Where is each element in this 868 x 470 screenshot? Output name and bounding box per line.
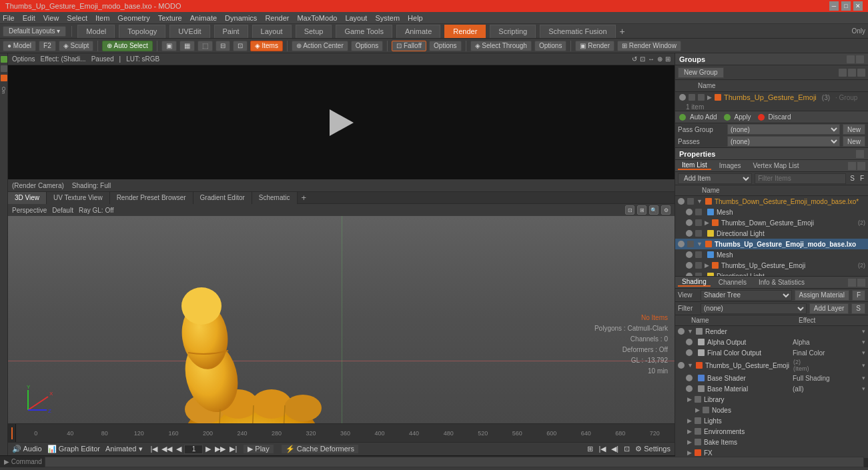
auto-select-btn[interactable]: ⊕ Auto Select: [102, 41, 152, 51]
tab-model[interactable]: Model: [77, 25, 115, 38]
rp-icon-rotate[interactable]: ↺: [632, 55, 637, 63]
groups-list[interactable]: ▶ Thumbs_Up_Gesture_Emoji (3) · Group 1 …: [675, 92, 868, 111]
menu-help[interactable]: Help: [408, 14, 423, 22]
passes-select[interactable]: (none): [727, 136, 840, 147]
vp-icon-gear[interactable]: ⚙: [661, 205, 671, 215]
menu-render[interactable]: Render: [265, 14, 289, 22]
icon-btn5[interactable]: ⊡: [233, 41, 248, 51]
pass-group-new-btn[interactable]: New: [843, 124, 865, 135]
rp-options[interactable]: Options: [12, 55, 35, 63]
tab-topology[interactable]: Topology: [119, 25, 165, 38]
rp-icon-view[interactable]: ⊡: [640, 55, 645, 63]
menu-view[interactable]: View: [43, 14, 59, 22]
menu-geometry[interactable]: Geometry: [117, 14, 149, 22]
sh-icon-expand[interactable]: [848, 279, 856, 287]
sh-eye-3[interactable]: [678, 362, 685, 369]
il-s-btn[interactable]: S: [849, 175, 856, 182]
rp-icon-zoom[interactable]: ⊕: [657, 55, 663, 63]
group-expand[interactable]: ▶: [707, 94, 712, 101]
sh-row-alpha[interactable]: Alpha Output Alpha ▾: [683, 337, 868, 347]
menu-layout[interactable]: Layout: [345, 14, 367, 22]
tab-scripting[interactable]: Scripting: [490, 25, 536, 38]
icon-btn2[interactable]: ▦: [179, 41, 195, 51]
sh-tab-shading[interactable]: Shading: [678, 278, 711, 287]
il-tab-images[interactable]: Images: [715, 162, 745, 169]
icon-btn4[interactable]: ⊟: [215, 41, 230, 51]
prev-key-btn[interactable]: ◀◀: [160, 445, 173, 453]
il-icon-settings[interactable]: [857, 162, 865, 170]
sh-expand-6[interactable]: ▶: [687, 396, 692, 403]
il-eye-6[interactable]: [686, 262, 693, 269]
cache-deformers-btn[interactable]: ⚡ Cache Deformers: [282, 445, 358, 453]
sh-icon-settings[interactable]: [857, 279, 865, 287]
menu-dynamics[interactable]: Dynamics: [225, 14, 257, 22]
sh-row-basematerial[interactable]: Base Material (all) ▾: [683, 383, 868, 394]
menu-file[interactable]: File: [3, 14, 15, 22]
viewport-canvas[interactable]: No Items Polygons : Catmull-Clark Channe…: [8, 216, 675, 423]
il-row-mesh1[interactable]: Mesh: [683, 207, 868, 217]
il-row-thumbsdown-root[interactable]: ▼ Thumbs_Down_Gesture_Emoji_modo_base.lx…: [675, 196, 868, 207]
sh-expand-7[interactable]: ▶: [695, 407, 700, 413]
g-icon-eye[interactable]: [839, 69, 847, 77]
il-row-thumbsdown-group[interactable]: ▶ Thumbs_Down_Gesture_Emoji (2): [683, 217, 868, 228]
sculpt-btn[interactable]: ◈ Sculpt: [59, 41, 94, 51]
menu-animate[interactable]: Animate: [190, 14, 217, 22]
menu-edit[interactable]: Edit: [23, 14, 35, 22]
il-eye-1[interactable]: [686, 209, 693, 215]
vptab-renderpresets[interactable]: Render Preset Browser: [110, 192, 193, 204]
item-list[interactable]: ▼ Thumbs_Down_Gesture_Emoji_modo_base.lx…: [675, 196, 868, 276]
maximize-button[interactable]: □: [841, 1, 851, 11]
il-icon-expand[interactable]: [848, 162, 856, 170]
sh-tab-channels[interactable]: Channels: [715, 279, 751, 286]
sh-eye-4[interactable]: [686, 375, 693, 381]
il-expand-2[interactable]: ▶: [705, 219, 709, 226]
sh-eye-5[interactable]: [686, 385, 693, 392]
sh-eye-1[interactable]: [686, 339, 693, 345]
add-layer-btn[interactable]: Add Layer: [809, 303, 849, 314]
icon-btn3[interactable]: ⬚: [197, 41, 213, 51]
timeline[interactable]: 0 40 80 120 160 200 240 280 320 360 400 …: [8, 423, 675, 442]
sh-row-nodes[interactable]: ▶ Nodes: [683, 405, 868, 415]
il-row-dirlight2[interactable]: Directional Light: [683, 271, 868, 276]
group-row-thumbsup[interactable]: ▶ Thumbs_Up_Gesture_Emoji (3) · Group: [675, 92, 868, 103]
next-frame-btn[interactable]: ▶: [204, 445, 212, 453]
vptab-schematic[interactable]: Schematic: [252, 192, 298, 204]
sh-row-thumbsup-mat[interactable]: ▼ Thumbs_Up_Gesture_Emoji (2) (Item) ▾: [675, 358, 868, 373]
render-btn[interactable]: ▣ Render: [575, 41, 614, 51]
anim-icon3[interactable]: ◀|: [610, 445, 620, 453]
g-icon-add[interactable]: [857, 69, 865, 77]
il-expand-0[interactable]: ▼: [697, 198, 703, 205]
model-mode-btn[interactable]: ● Model: [3, 41, 36, 51]
anim-icon2[interactable]: |◀: [597, 445, 607, 453]
apply-btn[interactable]: Apply: [735, 113, 751, 121]
sh-row-lights[interactable]: ▶ Lights: [675, 415, 868, 426]
vptab-3dview[interactable]: 3D View: [8, 192, 47, 204]
menu-system[interactable]: System: [375, 14, 400, 22]
il-row-thumbsup-group[interactable]: ▶ Thumbs_Up_Gesture_Emoji (2): [683, 260, 868, 271]
vp-icon-camera[interactable]: ⊞: [637, 205, 646, 215]
il-tab-vertexmap[interactable]: Vertex Map List: [749, 162, 803, 169]
il-eye-2[interactable]: [686, 219, 693, 226]
sh-expand-0[interactable]: ▼: [687, 328, 693, 335]
falloff-btn[interactable]: ⊡ Falloff: [392, 41, 426, 51]
sh-row-render[interactable]: ▼ Render ▾: [675, 326, 868, 337]
animated-btn[interactable]: Animated ▾: [104, 445, 144, 453]
filter-items-input[interactable]: [755, 173, 846, 184]
shading-list[interactable]: ▼ Render ▾ Alpha Output Alpha ▾: [675, 326, 868, 458]
items-btn[interactable]: ◈ Items: [250, 41, 283, 51]
assign-material-btn[interactable]: Assign Material: [795, 290, 849, 301]
select-through-btn[interactable]: ◈ Select Through: [470, 41, 532, 51]
vp-icon-search[interactable]: 🔍: [649, 205, 659, 215]
go-start-btn[interactable]: |◀: [149, 445, 159, 453]
sh-tab-info[interactable]: Info & Statistics: [755, 279, 809, 286]
play-btn[interactable]: ▶ Play: [244, 445, 273, 453]
il-f-btn[interactable]: F: [859, 175, 865, 182]
menu-select[interactable]: Select: [67, 14, 87, 22]
sh-eye-0[interactable]: [678, 328, 685, 335]
sh-row-environments[interactable]: ▶ Environments: [675, 426, 868, 437]
add-item-select[interactable]: Add Item: [678, 173, 752, 184]
sh-expand-8[interactable]: ▶: [687, 417, 692, 424]
settings-btn[interactable]: ⚙ Settings: [634, 445, 672, 453]
pass-group-select[interactable]: (none): [727, 124, 840, 135]
minimize-button[interactable]: ─: [829, 1, 839, 11]
